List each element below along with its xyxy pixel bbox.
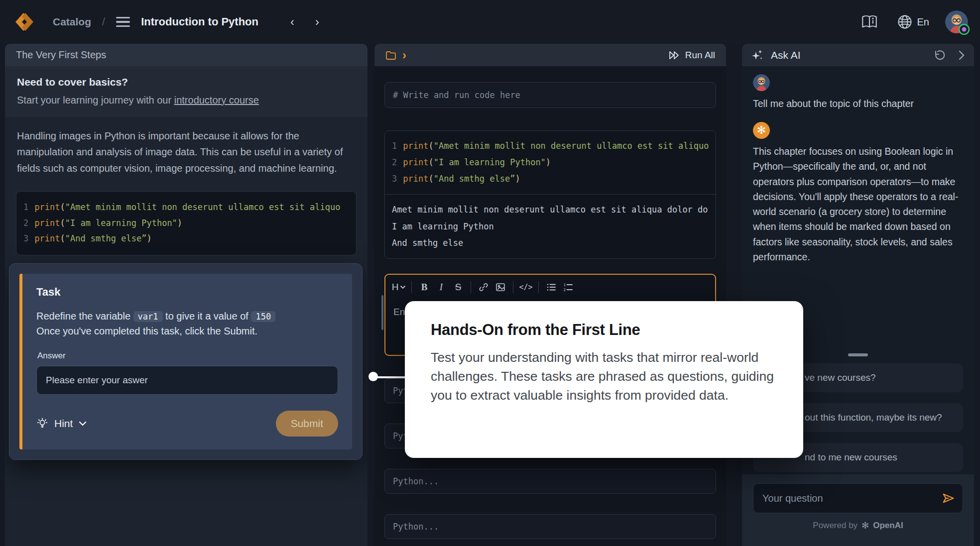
next-chapter-button[interactable]: › [311, 14, 323, 30]
code-runner-panel: › Run All # Write and run code here 1pri… [374, 44, 726, 546]
output-line: I am learning Python [392, 218, 709, 235]
basics-text: Start your learning journey with our int… [17, 95, 356, 106]
ask-ai-header: Ask AI [742, 44, 974, 66]
powered-by: Powered by ✻ OpenAI [742, 520, 974, 531]
code-line: 2print("I am learning Python") [23, 216, 349, 231]
basics-heading: Need to cover basics? [17, 76, 356, 88]
code-line: 3print("And smthg else”) [23, 231, 349, 247]
bullet-list-button[interactable] [543, 280, 560, 295]
italic-button[interactable]: I [433, 280, 450, 295]
ask-ai-panel: Ask AI Tell me about the topic of this c… [742, 44, 974, 546]
code-line: 3print("And smthg else”) [392, 171, 709, 187]
lesson-panel: The Very First Steps Need to cover basic… [5, 44, 368, 546]
inline-code-chip: 150 [251, 311, 275, 322]
ask-ai-title: Ask AI [771, 49, 801, 61]
user-message: Tell me about the topic of this chapter [753, 96, 963, 111]
lesson-paragraph: Handling images in Python is important b… [5, 117, 368, 176]
page-title: Introduction to Python [141, 15, 258, 28]
python-cell-input[interactable]: Python... [384, 469, 716, 494]
hint-label: Hint [54, 418, 73, 430]
lesson-title: The Very First Steps [5, 44, 368, 66]
scrollbar-thumb[interactable] [381, 295, 383, 330]
send-icon [941, 492, 955, 504]
send-button[interactable] [940, 490, 956, 506]
numbered-list-button[interactable]: 1 2 [560, 280, 577, 295]
ai-message: This chapter focuses on using Boolean lo… [753, 144, 963, 264]
avatar-badge-icon [959, 24, 970, 35]
collapse-panel-icon[interactable] [958, 50, 965, 61]
task-title: Task [36, 286, 338, 299]
language-globe-icon[interactable] [897, 14, 912, 29]
lesson-code-block: 1print("Amet minim mollit non deserunt u… [16, 191, 357, 255]
hint-button[interactable]: Hint [36, 418, 87, 430]
python-cell-input[interactable]: Python... [384, 514, 716, 539]
openai-brand: OpenAI [873, 521, 903, 531]
glossary-book-icon[interactable] [861, 15, 877, 29]
code-line: 2print("I am learning Python") [392, 154, 709, 171]
image-icon [495, 282, 505, 292]
question-input[interactable] [753, 483, 963, 513]
breadcrumb-catalog[interactable]: Catalog [53, 16, 91, 28]
runner-toolbar: › Run All [374, 44, 726, 66]
heading-dropdown[interactable]: H [390, 280, 407, 295]
ask-input-section: Powered by ✻ OpenAI [742, 474, 974, 546]
svg-text:1: 1 [564, 283, 566, 287]
run-all-icon [668, 50, 680, 60]
prev-chapter-button[interactable]: ‹ [286, 14, 298, 30]
code-cell[interactable]: 1print("Amet minim mollit non deserunt u… [384, 130, 716, 259]
app-logo-icon[interactable] [14, 11, 35, 32]
chevron-down-icon [79, 421, 87, 426]
walkthrough-tooltip: Hands-On from the First Line Test your u… [405, 301, 803, 458]
expand-chevron-icon[interactable]: › [402, 49, 406, 61]
basics-banner: Need to cover basics? Start your learnin… [5, 66, 368, 117]
run-all-button[interactable]: Run All [668, 50, 715, 61]
drag-handle[interactable] [848, 353, 868, 356]
reset-chat-icon[interactable] [933, 49, 945, 61]
submit-button[interactable]: Submit [276, 411, 338, 437]
answer-input[interactable] [36, 366, 338, 395]
introductory-course-link[interactable]: introductory course [174, 95, 259, 106]
bold-button[interactable]: B [416, 280, 433, 295]
tooltip-title: Hands-On from the First Line [431, 321, 777, 339]
answer-label: Answer [37, 351, 338, 361]
bullet-list-icon [546, 283, 556, 292]
tooltip-connector-dot [368, 372, 378, 381]
breadcrumb-separator: / [102, 15, 105, 28]
chevron-down-icon [400, 285, 406, 289]
bulb-icon [36, 418, 48, 430]
language-label[interactable]: En [917, 16, 929, 28]
scratch-code-input[interactable]: # Write and run code here [384, 82, 716, 108]
run-all-label: Run All [685, 50, 715, 61]
output-line: Amet minim mollit non deserunt ullamco e… [392, 202, 709, 218]
top-navbar: Catalog / Introduction to Python ‹ › En [0, 0, 980, 44]
sparkles-icon [751, 49, 764, 62]
link-button[interactable] [475, 280, 492, 295]
inline-code-chip: var1 [133, 311, 163, 322]
code-line: 1print("Amet minim mollit non deserunt u… [23, 200, 349, 216]
image-button[interactable] [492, 280, 509, 295]
task-description: Redefine the variable var1 to give it a … [36, 309, 338, 339]
openai-logo-icon: ✻ [861, 520, 869, 531]
user-avatar [753, 74, 770, 91]
numbered-list-icon: 1 2 [563, 283, 573, 292]
link-icon [479, 282, 489, 292]
cell-output: Amet minim mollit non deserunt ullamco e… [385, 195, 716, 258]
openai-avatar-icon: ✻ [753, 122, 770, 139]
task-card: Task Redefine the variable var1 to give … [9, 263, 363, 460]
strikethrough-button[interactable]: S [450, 280, 467, 295]
tooltip-body: Test your understanding with tasks that … [431, 348, 777, 405]
editor-toolbar: H B I S < [385, 275, 715, 299]
output-line: And smthg else [392, 235, 709, 251]
folder-icon[interactable] [385, 50, 396, 60]
code-button[interactable]: </> [517, 280, 534, 295]
svg-text:2: 2 [564, 287, 566, 292]
code-line: 1print("Amet minim mollit non deserunt u… [392, 138, 709, 154]
chat-thread: Tell me about the topic of this chapter … [742, 66, 974, 264]
chapter-list-icon[interactable] [116, 17, 130, 27]
user-avatar[interactable] [945, 10, 968, 33]
